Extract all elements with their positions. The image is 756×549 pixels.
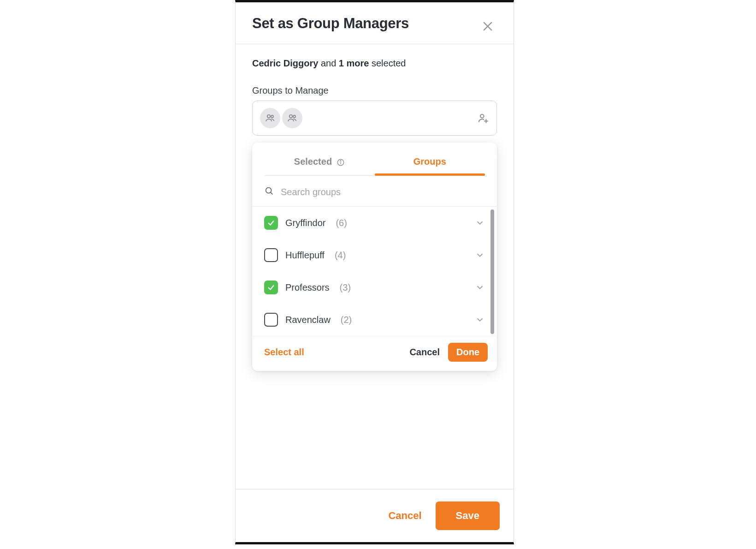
selection-summary: Cedric Diggory and 1 more selected	[252, 58, 497, 69]
set-group-managers-modal: Set as Group Managers Cedric Diggory and…	[235, 0, 514, 544]
group-count: (2)	[341, 315, 352, 325]
chevron-down-icon[interactable]	[475, 250, 485, 260]
svg-point-2	[267, 115, 270, 118]
svg-point-12	[266, 188, 272, 193]
summary-more: 1 more	[339, 58, 369, 68]
group-item-gryffindor: Gryffindor (6)	[264, 207, 497, 239]
dropdown-footer: Select all Cancel Done	[252, 336, 497, 371]
chevron-down-icon[interactable]	[475, 218, 485, 228]
summary-and: and	[318, 58, 338, 68]
svg-point-3	[271, 115, 273, 118]
dropdown-cancel-button[interactable]: Cancel	[407, 347, 443, 358]
svg-line-13	[271, 192, 272, 194]
group-chip-1[interactable]	[260, 108, 280, 128]
search-row	[252, 176, 497, 207]
group-item-hufflepuff: Hufflepuff (4)	[264, 239, 497, 271]
svg-point-11	[340, 161, 341, 161]
checkbox-hufflepuff[interactable]	[264, 248, 278, 262]
summary-person: Cedric Diggory	[252, 58, 318, 68]
tab-selected-label: Selected	[294, 156, 332, 167]
search-input[interactable]	[281, 187, 485, 197]
selected-chips	[260, 108, 302, 128]
groups-to-manage-field[interactable]	[252, 101, 497, 136]
scrollbar[interactable]	[490, 209, 494, 334]
close-icon[interactable]	[481, 20, 494, 33]
group-name: Professors	[285, 282, 330, 293]
modal-header: Set as Group Managers	[236, 2, 514, 44]
modal-title: Set as Group Managers	[252, 15, 409, 32]
group-chip-2[interactable]	[282, 108, 302, 128]
groups-to-manage-label: Groups to Manage	[252, 85, 497, 96]
chevron-down-icon[interactable]	[475, 282, 485, 292]
select-all-button[interactable]: Select all	[264, 347, 304, 358]
modal-body: Cedric Diggory and 1 more selected Group…	[236, 44, 514, 489]
summary-suffix: selected	[369, 58, 406, 68]
svg-point-5	[293, 115, 295, 118]
save-button[interactable]: Save	[436, 501, 500, 530]
group-count: (6)	[336, 218, 347, 228]
group-name: Gryffindor	[285, 218, 325, 228]
cancel-button[interactable]: Cancel	[384, 510, 426, 522]
group-name: Hufflepuff	[285, 250, 325, 261]
tab-selected[interactable]: Selected	[264, 150, 375, 176]
group-list: Gryffindor (6) Hufflepuff (4)	[252, 207, 497, 336]
svg-point-4	[289, 115, 292, 118]
svg-point-6	[480, 114, 484, 118]
done-button[interactable]: Done	[448, 343, 488, 362]
modal-footer: Cancel Save	[236, 489, 514, 542]
group-count: (3)	[340, 282, 351, 293]
group-count: (4)	[335, 250, 346, 261]
dropdown-tabs: Selected Groups	[252, 150, 497, 176]
search-icon	[264, 186, 274, 198]
groups-dropdown: Selected Groups	[252, 143, 497, 371]
add-person-icon[interactable]	[477, 112, 489, 124]
group-item-ravenclaw: Ravenclaw (2)	[264, 304, 497, 336]
group-item-professors: Professors (3)	[264, 271, 497, 304]
info-icon	[337, 158, 345, 167]
tab-groups-label: Groups	[413, 156, 446, 167]
checkbox-ravenclaw[interactable]	[264, 313, 278, 327]
checkbox-professors[interactable]	[264, 280, 278, 294]
tab-groups[interactable]: Groups	[375, 150, 485, 176]
chevron-down-icon[interactable]	[475, 315, 485, 325]
checkbox-gryffindor[interactable]	[264, 216, 278, 230]
group-name: Ravenclaw	[285, 315, 331, 325]
